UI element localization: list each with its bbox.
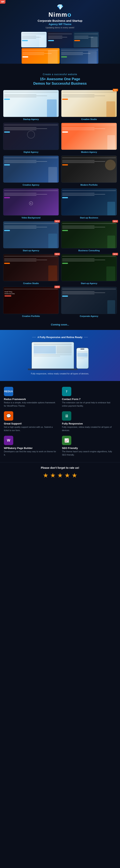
responsive-title: # Fully Responsive and Retina Ready xyxy=(4,336,116,339)
new-badge-startup-agency2: New xyxy=(54,220,60,222)
seo-desc: The theme hasn't any search engine algor… xyxy=(62,450,116,456)
demo-label-startup-agency: Startup Agency xyxy=(3,118,59,120)
support-icon: 💬 xyxy=(4,411,13,421)
responsive-devices xyxy=(4,342,116,369)
demo-label-digital-agency: Digital Agency xyxy=(3,151,59,153)
demo-label-modern-agency: Modern Agency xyxy=(61,151,117,153)
header-title: Corporate Business and Startup xyxy=(4,19,116,22)
redux-desc: Redux is a simple, truly extendable opti… xyxy=(4,401,58,407)
demo-label-video-background: Video Background xyxy=(3,217,59,219)
header-update: Updating demo in every week! xyxy=(4,26,116,29)
device-phone xyxy=(76,348,89,369)
demo-item-business-consulting[interactable]: New Business Consulting xyxy=(61,221,117,252)
header-screen-4 xyxy=(22,48,59,64)
responsive-icon: 🖥 xyxy=(62,411,71,421)
feature-cf7: 7 Contact Form 7 The extension can be of… xyxy=(62,387,116,407)
responsive-desc: Fully responsive, retina ready created f… xyxy=(21,372,99,375)
demo-label-modern-portfolio: Modern Portfolio xyxy=(61,184,117,186)
header-screens-row-2 xyxy=(4,48,116,64)
demo-label-creative-studio2: Creative Studio xyxy=(3,282,59,284)
demo-item-startup-agency3[interactable]: New Start-up Agency xyxy=(61,254,117,284)
coming-soon-section: Coming soon... xyxy=(0,321,120,330)
demo-item-startup-agency2[interactable]: New Start-up Agency xyxy=(3,221,59,252)
star-4[interactable]: ★ xyxy=(65,472,70,479)
new-badge-startup-agency3: New xyxy=(113,253,118,255)
features-section: REDUX Redux Framework Redux is a simple,… xyxy=(0,381,120,462)
demo-item-startup-business[interactable]: Start-up Business xyxy=(61,188,117,219)
wpbakery-desc: Developers can find the easy way to work… xyxy=(4,450,58,456)
support-title: Great Support! xyxy=(4,422,58,425)
demo-item-modern-agency[interactable]: Modern Agency xyxy=(61,123,117,153)
device-laptop xyxy=(31,342,74,369)
feature-seo: 📈 SEO Friendly The theme hasn't any sear… xyxy=(62,436,116,456)
demo-label-creative-agency: Creative Agency xyxy=(3,184,59,186)
demo-item-creative-studio[interactable]: Hot Creative Studio xyxy=(61,90,117,120)
demo-grid: Startup Agency Hot Creative Studio xyxy=(0,88,120,321)
rating-cta: Please don't forget to rate us! xyxy=(4,466,116,469)
demo-label-corporate-agency: Corporate Agency xyxy=(61,315,117,317)
demo-item-creative-studio2[interactable]: New Creative Studio xyxy=(3,254,59,284)
header-section: WP 💎 Nimmo Corporate Business and Startu… xyxy=(0,0,120,64)
logo-gem-icon: 💎 xyxy=(4,4,116,10)
wp-badge: WP xyxy=(0,0,5,4)
cf7-title: Contact Form 7 xyxy=(62,398,116,401)
wpbakery-title: WPBakery Page Builder xyxy=(4,446,58,450)
demo-item-video-background[interactable]: ▶ Video Background xyxy=(3,188,59,219)
cf7-icon: 7 xyxy=(62,387,71,396)
wpbakery-icon: W xyxy=(4,436,13,445)
star-3[interactable]: ★ xyxy=(57,472,63,479)
new-badge-creative-portfolio: New xyxy=(54,286,60,288)
demo-label-creative-portfolio: Creative Portfolio xyxy=(3,315,59,317)
section-big-title: 15+ Awesome One Page Demos for Successfu… xyxy=(4,77,116,86)
features-grid: REDUX Redux Framework Redux is a simple,… xyxy=(4,387,116,456)
header-screen-2 xyxy=(47,32,73,48)
demo-label-startup-agency2: Start-up Agency xyxy=(3,249,59,252)
feature-wpbakery: W WPBakery Page Builder Developers can f… xyxy=(4,436,58,456)
demo-item-modern-portfolio[interactable]: Modern Portfolio xyxy=(61,156,117,186)
star-5[interactable]: ★ xyxy=(72,472,77,479)
demo-label-business-consulting: Business Consulting xyxy=(61,249,117,252)
support-desc: Get a high quality support service with … xyxy=(4,426,58,432)
rating-section: Please don't forget to rate us! ★ ★ ★ ★ … xyxy=(0,462,120,485)
coming-soon-text: Coming soon... xyxy=(4,323,116,326)
redux-icon: REDUX xyxy=(4,387,13,396)
device-phone-screen xyxy=(76,348,89,369)
demo-item-startup-agency[interactable]: Startup Agency xyxy=(3,90,59,120)
demo-item-creative-portfolio[interactable]: New Small ThingIntellectual Idea Creativ… xyxy=(3,287,59,317)
demo-label-startup-business: Start-up Business xyxy=(61,217,117,219)
cf7-desc: The extension can be of great help to em… xyxy=(62,401,116,407)
demo-item-corporate-agency[interactable]: Corporate Agency xyxy=(61,287,117,317)
demo-label-startup-agency3: Start-up Agency xyxy=(61,282,117,284)
section-header: Create a successful website 15+ Awesome … xyxy=(0,68,120,88)
hot-badge: Hot xyxy=(113,89,118,91)
header-screens-row xyxy=(4,32,116,48)
device-laptop-screen xyxy=(32,342,74,369)
star-2[interactable]: ★ xyxy=(50,472,56,479)
feature-responsive: 🖥 Fully Responsive Fully responsive, ret… xyxy=(62,411,116,432)
seo-title: SEO Friendly xyxy=(62,446,116,450)
feature-support: 💬 Great Support! Get a high quality supp… xyxy=(4,411,58,432)
header-screen-1 xyxy=(21,32,47,48)
redux-title: Redux Framework xyxy=(4,398,58,401)
header-screen-5 xyxy=(61,48,98,64)
new-badge-creative-studio2: New xyxy=(54,253,60,255)
stars-container[interactable]: ★ ★ ★ ★ ★ xyxy=(4,472,116,479)
seo-icon: 📈 xyxy=(62,436,71,445)
responsive-title-feat: Fully Responsive xyxy=(62,422,116,425)
responsive-section: # Fully Responsive and Retina Ready xyxy=(0,330,120,381)
logo: Nimmo xyxy=(4,11,116,18)
demo-item-creative-agency[interactable]: Creative Agency xyxy=(3,156,59,186)
responsive-desc-feat: Fully responsive, retina ready created f… xyxy=(62,426,116,432)
new-badge-business-consulting: New xyxy=(113,220,118,222)
feature-redux: REDUX Redux Framework Redux is a simple,… xyxy=(4,387,58,407)
header-subtitle: Agency WP Theme xyxy=(4,23,116,26)
demo-item-digital-agency[interactable]: Digital Agency xyxy=(3,123,59,153)
header-screen-3 xyxy=(73,32,99,48)
demo-label-creative-studio: Creative Studio xyxy=(61,118,117,120)
star-1[interactable]: ★ xyxy=(43,472,48,479)
section-small-title: Create a successful website xyxy=(4,73,116,76)
